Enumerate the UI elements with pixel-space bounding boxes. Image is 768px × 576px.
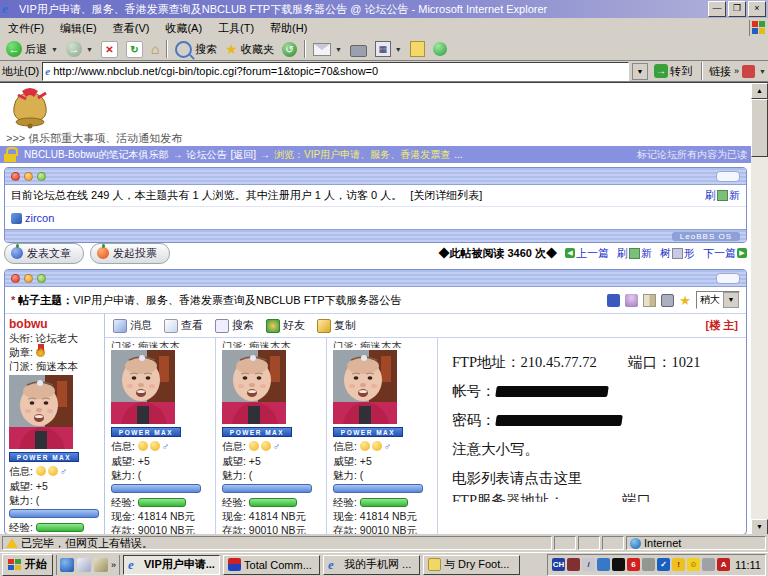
- tray-six-icon[interactable]: 6: [627, 558, 640, 571]
- address-bar: 地址(D) e http://www.nbclub.net/cgi-bin/to…: [0, 61, 768, 82]
- breadcrumb-forum-link[interactable]: 论坛公告: [186, 148, 226, 162]
- scroll-down-icon[interactable]: ▼: [751, 519, 768, 535]
- scroll-up-icon[interactable]: ▲: [751, 83, 768, 99]
- mark-all-read-link[interactable]: 标记论坛所有内容为已读: [637, 148, 747, 162]
- quick-launch-chevron-icon[interactable]: »: [111, 560, 116, 570]
- search-posts-button[interactable]: 搜索: [215, 318, 254, 333]
- online-user-link[interactable]: zircon: [25, 212, 54, 224]
- view-button[interactable]: 查看: [164, 318, 203, 333]
- poster-username-link[interactable]: bobwu: [9, 317, 100, 331]
- home-button[interactable]: ⌂: [147, 40, 163, 58]
- zoom-light-icon[interactable]: [37, 274, 46, 283]
- save-topic-icon[interactable]: [607, 294, 620, 307]
- taskbar-task-notepad[interactable]: 与 Dry Foot...: [423, 555, 520, 575]
- addon-dropdown-icon[interactable]: ▼: [759, 68, 766, 75]
- status-pane: [602, 536, 624, 550]
- addon-icon[interactable]: [742, 65, 755, 78]
- tray-qq-icon[interactable]: [612, 558, 625, 571]
- mail-button[interactable]: ▼: [309, 42, 346, 57]
- window-title: VIP用户申请、服务、香港发票查询及NBCLUB FTP下载服务器公告 @ 论坛…: [19, 2, 706, 17]
- copy-button[interactable]: 复制: [317, 318, 356, 333]
- quick-mail-icon[interactable]: [77, 558, 91, 572]
- messenger-button[interactable]: [429, 41, 451, 57]
- new-post-button[interactable]: 发表文章: [4, 243, 84, 264]
- tray-monitor-icon[interactable]: ✓: [657, 558, 670, 571]
- refresh-link[interactable]: 刷 新: [705, 188, 740, 203]
- menu-tools[interactable]: 工具(T): [210, 19, 262, 38]
- vertical-scrollbar[interactable]: ▲ ▼: [751, 83, 768, 535]
- back-button[interactable]: ← 后退 ▼: [2, 40, 62, 58]
- taskbar-task-ie-vip[interactable]: e VIP用户申请...: [123, 555, 220, 575]
- forward-button[interactable]: → ▼: [62, 40, 97, 58]
- refresh-topic-link[interactable]: 刷 新: [617, 246, 652, 261]
- menu-favorites[interactable]: 收藏(A): [157, 19, 210, 38]
- tray-ati-icon[interactable]: A: [717, 558, 730, 571]
- tray-face-icon[interactable]: ☺: [687, 558, 700, 571]
- language-indicator[interactable]: CH: [552, 558, 565, 571]
- next-topic-link[interactable]: 下一篇 ▶: [703, 246, 747, 261]
- bookmark-icon[interactable]: [643, 294, 656, 307]
- edit-button[interactable]: ▦ ▼: [371, 40, 406, 58]
- start-button[interactable]: 开始: [2, 554, 53, 576]
- smiley-icon: [261, 441, 271, 451]
- minimize-light-icon[interactable]: [24, 274, 33, 283]
- minimize-light-icon[interactable]: [24, 172, 33, 181]
- movie-list-link[interactable]: 电影列表请点击这里: [452, 464, 742, 493]
- search-button[interactable]: 搜索: [171, 40, 221, 59]
- quick-desktop-icon[interactable]: [94, 558, 108, 572]
- tree-view-link[interactable]: 树 形: [660, 246, 695, 261]
- back-dropdown-icon[interactable]: ▼: [51, 46, 58, 53]
- address-input[interactable]: e http://www.nbclub.net/cgi-bin/topic.cg…: [42, 62, 629, 81]
- history-button[interactable]: ↺: [278, 41, 301, 58]
- go-button[interactable]: → 转到: [651, 64, 695, 79]
- tray-pen-icon[interactable]: /: [582, 558, 595, 571]
- close-button[interactable]: ×: [748, 1, 766, 17]
- font-size-select[interactable]: 稍大 ▼: [696, 291, 740, 309]
- menu-edit[interactable]: 编辑(E): [52, 19, 105, 38]
- menu-help[interactable]: 帮助(H): [262, 19, 315, 38]
- mail-dropdown-icon[interactable]: ▼: [335, 46, 342, 53]
- copy-icon: [317, 319, 331, 333]
- menu-view[interactable]: 查看(V): [105, 19, 158, 38]
- collapse-pill-icon[interactable]: [716, 171, 740, 182]
- forum-notice-text: >>> 俱乐部重大事项、活动通知发布: [6, 131, 182, 146]
- new-poll-button[interactable]: 发起投票: [90, 243, 170, 264]
- address-dropdown-icon[interactable]: ▼: [632, 63, 648, 80]
- links-chevron-icon[interactable]: »: [734, 66, 739, 76]
- print-button[interactable]: [346, 41, 371, 58]
- stop-button[interactable]: ✕: [97, 40, 122, 59]
- favorite-topic-icon[interactable]: ★: [679, 294, 691, 307]
- taskbar-task-ie-phone[interactable]: e 我的手机网 ...: [323, 555, 420, 575]
- close-light-icon[interactable]: [11, 172, 20, 181]
- close-detail-list-link[interactable]: [关闭详细列表]: [410, 188, 482, 203]
- print-topic-icon[interactable]: [661, 294, 674, 307]
- tray-warning-icon[interactable]: !: [672, 558, 685, 571]
- tray-person-icon[interactable]: [597, 558, 610, 571]
- tray-gray-icon[interactable]: [642, 558, 655, 571]
- message-button[interactable]: 消息: [113, 318, 152, 333]
- favorites-button[interactable]: ★ 收藏夹: [221, 40, 278, 58]
- breadcrumb-back-link[interactable]: [返回]: [230, 148, 256, 162]
- minimize-button[interactable]: —: [708, 1, 726, 17]
- taskbar-task-total-commander[interactable]: Total Comm...: [223, 555, 320, 575]
- prev-topic-link[interactable]: ◀ 上一篇: [565, 246, 609, 261]
- close-light-icon[interactable]: [11, 274, 20, 283]
- forward-dropdown-icon[interactable]: ▼: [86, 46, 93, 53]
- quick-ie-icon[interactable]: [60, 558, 74, 572]
- restore-button[interactable]: ❐: [728, 1, 746, 17]
- report-icon[interactable]: [625, 294, 638, 307]
- friends-button[interactable]: 好友: [266, 318, 305, 333]
- zoom-light-icon[interactable]: [37, 172, 46, 181]
- refresh-button[interactable]: ↻: [122, 40, 147, 59]
- discuss-button[interactable]: [406, 40, 429, 58]
- links-label[interactable]: 链接: [709, 64, 731, 79]
- message-icon: [113, 319, 127, 333]
- menu-file[interactable]: 文件(F): [0, 19, 52, 38]
- tray-ime-icon[interactable]: [567, 558, 580, 571]
- breadcrumb-site-link[interactable]: NBCLUB-Bobwu的笔记本俱乐部: [24, 148, 168, 162]
- edit-dropdown-icon[interactable]: ▼: [395, 46, 402, 53]
- scroll-thumb[interactable]: [751, 99, 768, 157]
- collapse-pill-icon[interactable]: [716, 273, 740, 284]
- clock[interactable]: 11:11: [735, 559, 761, 571]
- tray-gear-icon[interactable]: [702, 558, 715, 571]
